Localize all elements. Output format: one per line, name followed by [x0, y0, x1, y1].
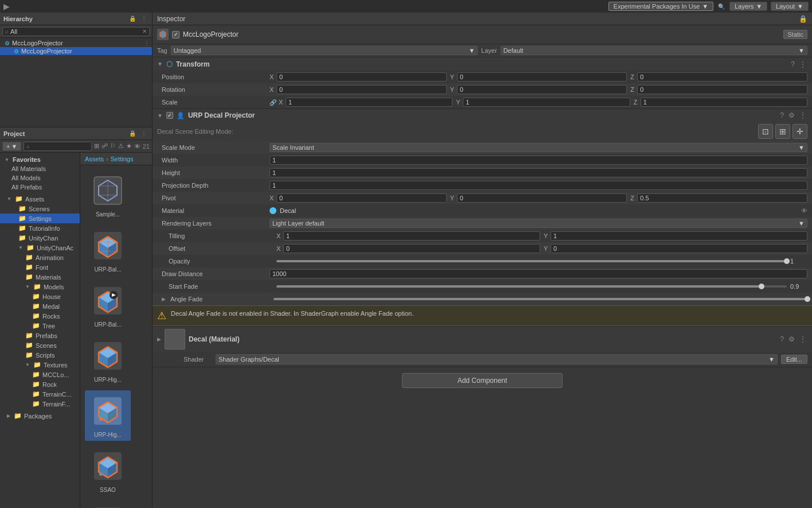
project-search[interactable]: ⌕	[24, 142, 91, 151]
hierarchy-item-mcclogogprojector-parent[interactable]: ⚙ MccLogoProjector ⋮	[0, 39, 152, 47]
sidebar-packages[interactable]: ▶ 📁 Packages	[0, 411, 80, 421]
edit-mode-btn3[interactable]: ✛	[793, 124, 807, 139]
project-more-icon[interactable]: ⋮	[139, 129, 149, 138]
angle-fade-fold[interactable]: ▶	[162, 296, 166, 302]
material-settings-btn1[interactable]: ⚙	[787, 335, 796, 343]
sidebar-animation[interactable]: 📁 Animation	[0, 253, 80, 262]
scale-y-input[interactable]	[463, 98, 630, 107]
sidebar-scripts[interactable]: 📁 Scripts	[0, 350, 80, 360]
rotation-x-input[interactable]	[276, 85, 447, 94]
decal-help-btn[interactable]: ?	[779, 111, 785, 119]
sidebar-medal[interactable]: 📁 Medal	[0, 301, 80, 311]
sidebar-settings[interactable]: 📁 Settings	[0, 214, 80, 223]
hierarchy-more-icon[interactable]: ⋮	[139, 14, 149, 24]
material-fold-icon[interactable]: ▶	[157, 336, 161, 342]
sidebar-assets[interactable]: ▼ 📁 Assets	[0, 194, 80, 204]
scale-lock-icon[interactable]: 🔗	[270, 99, 276, 106]
asset-urp-per1[interactable]: URP-Per...	[85, 501, 131, 508]
gameobject-active-checkbox[interactable]	[172, 31, 179, 38]
angle-fade-thumb[interactable]	[805, 296, 810, 302]
opacity-slider[interactable]	[276, 260, 787, 262]
sidebar-font[interactable]: 📁 Font	[0, 262, 80, 272]
project-eye-icon[interactable]: 👁	[134, 143, 140, 150]
rotation-z-input[interactable]	[637, 85, 807, 94]
asset-urp-bal1[interactable]: URP-Bal...	[85, 225, 131, 276]
decal-settings-btn1[interactable]: ⚙	[787, 111, 796, 119]
breadcrumb-settings[interactable]: Settings	[111, 156, 134, 162]
hierarchy-lock-icon[interactable]: 🔒	[128, 14, 137, 24]
decal-enabled-checkbox[interactable]	[166, 112, 173, 119]
tilling-x-input[interactable]	[283, 231, 540, 241]
start-fade-slider[interactable]	[276, 285, 787, 288]
pivot-y-input[interactable]	[457, 193, 627, 203]
offset-y-input[interactable]	[551, 244, 807, 253]
project-add-btn[interactable]: + ▼	[2, 142, 21, 151]
proj-depth-input[interactable]	[270, 181, 807, 190]
layer-select[interactable]: Default ▼	[501, 46, 807, 55]
sidebar-scenes[interactable]: 📁 Scenes	[0, 204, 80, 214]
add-component-button[interactable]: Add Component	[402, 373, 563, 388]
sidebar-favorites-header[interactable]: ▼ Favorites	[0, 155, 80, 164]
search-btn[interactable]: 🔍	[717, 2, 726, 11]
sidebar-terrainc[interactable]: 📁 TerrainC...	[0, 389, 80, 399]
asset-sample[interactable]: Sample...	[85, 170, 131, 220]
material-eye-icon[interactable]: 👁	[801, 207, 807, 214]
hierarchy-search-input[interactable]	[10, 28, 140, 35]
position-z-input[interactable]	[637, 72, 807, 82]
transform-help-btn[interactable]: ?	[790, 60, 796, 68]
sidebar-scenes2[interactable]: 📁 Scenes	[0, 340, 80, 350]
position-x-input[interactable]	[276, 72, 447, 82]
sidebar-all-models[interactable]: All Models	[0, 173, 80, 183]
sidebar-all-materials[interactable]: All Materials	[0, 164, 80, 173]
project-icon1[interactable]: ⊞	[94, 142, 99, 150]
static-button[interactable]: Static	[783, 30, 807, 39]
transform-settings-btn[interactable]: ⋮	[798, 60, 807, 68]
sidebar-models[interactable]: ▼ 📁 Models	[0, 282, 80, 292]
transform-header[interactable]: ▼ ⬡ Transform ? ⋮	[153, 57, 812, 71]
asset-urp-hig1[interactable]: URP-Hig...	[85, 335, 131, 386]
sidebar-rock[interactable]: 📁 Rock	[0, 379, 80, 389]
project-icon4[interactable]: ⚠	[118, 142, 124, 150]
hierarchy-item-dots[interactable]: ⋮	[144, 40, 150, 46]
layout-btn[interactable]: Layout ▼	[771, 2, 809, 11]
sidebar-textures[interactable]: ▼ 📁 Textures	[0, 360, 80, 370]
asset-urp-bal2[interactable]: URP-Bal...	[85, 280, 131, 331]
tilling-y-input[interactable]	[551, 231, 807, 241]
start-fade-slider-thumb[interactable]	[759, 284, 764, 289]
hierarchy-search-clear[interactable]: ✕	[142, 28, 147, 34]
width-input[interactable]	[270, 156, 807, 165]
offset-x-input[interactable]	[283, 244, 540, 253]
position-y-input[interactable]	[457, 72, 627, 82]
material-more-btn[interactable]: ⋮	[798, 335, 807, 343]
hierarchy-item-mcclogogprojector-child[interactable]: ⚙ MccLogoProjector	[0, 47, 152, 55]
project-icon5[interactable]: ★	[126, 142, 132, 150]
sidebar-mcclo[interactable]: 📁 MCCLo...	[0, 370, 80, 379]
edit-mode-btn2[interactable]: ⊞	[775, 124, 790, 139]
scale-x-input[interactable]	[286, 98, 452, 107]
shader-edit-btn[interactable]: Edit...	[781, 355, 807, 364]
asset-ssao[interactable]: SSAO	[85, 445, 131, 496]
breadcrumb-assets[interactable]: Assets	[85, 156, 104, 162]
sidebar-prefabs[interactable]: 📁 Prefabs	[0, 331, 80, 340]
sidebar-all-prefabs[interactable]: All Prefabs	[0, 183, 80, 192]
scale-z-input[interactable]	[641, 98, 807, 107]
pivot-x-input[interactable]	[276, 193, 447, 203]
project-icon2[interactable]: ☍	[102, 142, 108, 150]
opacity-slider-thumb[interactable]	[784, 258, 790, 264]
sidebar-tree[interactable]: 📁 Tree	[0, 321, 80, 331]
edit-mode-btn1[interactable]: ⊡	[758, 124, 773, 139]
inspector-lock-icon[interactable]: 🔒	[798, 14, 807, 24]
height-input[interactable]	[270, 168, 807, 177]
rotation-y-input[interactable]	[457, 85, 627, 94]
angle-fade-slider[interactable]	[274, 298, 807, 300]
decal-settings-btn2[interactable]: ⋮	[798, 111, 807, 119]
tag-select[interactable]: Untagged ▼	[171, 46, 478, 55]
experimental-packages-btn[interactable]: Experimental Packages In Use ▼	[608, 2, 713, 11]
project-search-input[interactable]	[32, 143, 88, 150]
project-icon3[interactable]: ⚐	[110, 142, 116, 150]
urp-decal-header[interactable]: ▼ 👤 URP Decal Projector ? ⚙ ⋮	[153, 109, 812, 122]
pivot-z-input[interactable]	[637, 193, 807, 203]
rendering-layers-dropdown[interactable]: Light Layer default ▼	[270, 219, 807, 228]
sidebar-unitychanac[interactable]: ▼ 📁 UnityChanAc	[0, 243, 80, 253]
sidebar-house[interactable]: 📁 House	[0, 292, 80, 301]
